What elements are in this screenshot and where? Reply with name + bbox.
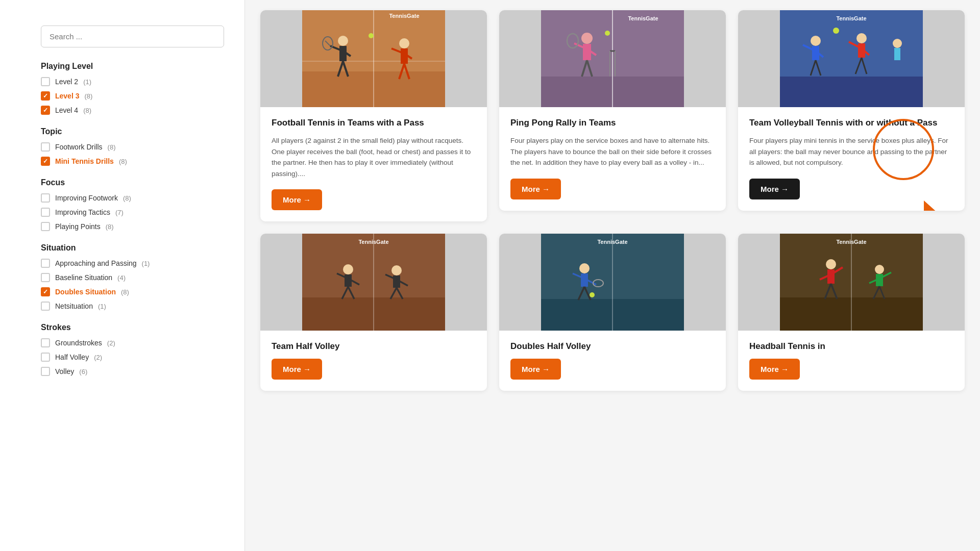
filter-label: Groundstrokes — [55, 339, 102, 347]
main-content: TennisGate Football Tennis in Teams with… — [245, 0, 980, 551]
filter-count: (2) — [94, 354, 102, 361]
checkbox[interactable] — [41, 106, 50, 115]
svg-point-91 — [875, 265, 884, 274]
checkbox[interactable] — [41, 91, 50, 101]
card-description: Four players play mini tennis in the ser… — [749, 135, 953, 168]
more-button[interactable]: More → — [272, 359, 322, 380]
checkbox[interactable] — [41, 367, 50, 376]
filter-item[interactable]: Level 4(8) — [41, 106, 224, 115]
filter-item[interactable]: Netsituation(1) — [41, 302, 224, 311]
svg-point-57 — [343, 264, 353, 274]
card-title: Team Half Volley — [272, 341, 476, 353]
filter-item[interactable]: Doubles Situation(8) — [41, 287, 224, 296]
checkbox[interactable] — [41, 77, 50, 86]
filter-count: (8) — [123, 194, 131, 202]
filter-label: Baseline Situation — [55, 273, 112, 282]
checkbox[interactable] — [41, 222, 50, 231]
filter-item[interactable]: Footwork Drills(8) — [41, 142, 224, 152]
card-title: Headball Tennis in — [749, 341, 953, 353]
svg-point-49 — [833, 28, 839, 34]
filter-count: (8) — [119, 158, 127, 165]
filter-item[interactable]: Volley(6) — [41, 367, 224, 376]
card-title: Football Tennis in Teams with a Pass — [272, 117, 476, 129]
filter-label: Level 4 — [55, 106, 78, 114]
checkbox[interactable] — [41, 193, 50, 203]
filter-item[interactable]: Groundstrokes(2) — [41, 338, 224, 347]
card-wrapper: TennisGate Football Tennis in Teams with… — [260, 10, 487, 221]
more-button[interactable]: More → — [749, 179, 800, 199]
checkbox[interactable] — [41, 338, 50, 347]
card-title: Team Volleyball Tennis with or without a… — [749, 117, 953, 129]
card: TennisGate Football Tennis in Teams with… — [260, 10, 487, 221]
checkbox[interactable] — [41, 273, 50, 282]
checkbox[interactable] — [41, 353, 50, 362]
card: TennisGate Team Volleyball Tennis with o… — [738, 10, 965, 211]
svg-text:TennisGate: TennisGate — [358, 239, 388, 245]
filter-count: (8) — [108, 143, 116, 151]
card-title: Doubles Half Volley — [510, 341, 715, 353]
card-image: TennisGate — [738, 10, 965, 107]
filter-label: Improving Tactics — [55, 208, 110, 216]
svg-text:TennisGate: TennisGate — [389, 13, 419, 19]
card-image: TennisGate — [499, 234, 726, 331]
filter-section-title: Topic — [41, 127, 224, 136]
filter-item[interactable]: Baseline Situation(4) — [41, 273, 224, 282]
filter-count: (7) — [115, 209, 124, 216]
filter-section-title: Focus — [41, 178, 224, 187]
filter-label: Level 3 — [55, 92, 79, 100]
filter-section-title: Situation — [41, 243, 224, 253]
svg-point-13 — [399, 38, 409, 48]
filter-item[interactable]: Mini Tennis Drills(8) — [41, 157, 224, 166]
filter-label: Doubles Situation — [55, 288, 116, 296]
more-button[interactable]: More → — [510, 359, 561, 380]
card-image: TennisGate — [260, 10, 487, 107]
filter-label: Playing Points — [55, 222, 101, 231]
filter-section: TopicFootwork Drills(8)Mini Tennis Drill… — [41, 127, 224, 166]
filter-count: (8) — [121, 288, 129, 296]
svg-point-12 — [369, 33, 374, 38]
filter-item[interactable]: Level 2(1) — [41, 77, 224, 86]
filter-item[interactable]: Level 3(8) — [41, 91, 224, 101]
card: TennisGate Doubles Half VolleyMore → — [499, 234, 726, 391]
checkbox[interactable] — [41, 259, 50, 268]
more-button[interactable]: More → — [272, 189, 322, 210]
checkbox[interactable] — [41, 208, 50, 217]
filter-item[interactable]: Half Volley(2) — [41, 353, 224, 362]
filter-section: SituationApproaching and Passing(1)Basel… — [41, 243, 224, 311]
filter-count: (6) — [79, 368, 87, 375]
filter-item[interactable]: Playing Points(8) — [41, 222, 224, 231]
filter-label: Level 2 — [55, 78, 78, 86]
card-image: TennisGate — [260, 234, 487, 331]
svg-text:TennisGate: TennisGate — [836, 239, 866, 245]
filter-item[interactable]: Improving Footwork(8) — [41, 193, 224, 203]
filters-container: Playing LevelLevel 2(1)Level 3(8)Level 4… — [41, 62, 224, 376]
filter-section: Playing LevelLevel 2(1)Level 3(8)Level 4… — [41, 62, 224, 115]
card-description: Four players play on the service boxes a… — [510, 135, 715, 168]
filter-item[interactable]: Improving Tactics(7) — [41, 208, 224, 217]
checkbox[interactable] — [41, 157, 50, 166]
card-image: TennisGate — [738, 234, 965, 331]
card-title: Ping Pong Rally in Teams — [510, 117, 715, 129]
checkbox[interactable] — [41, 302, 50, 311]
svg-text:TennisGate: TennisGate — [597, 239, 627, 245]
card-body: Football Tennis in Teams with a PassAll … — [260, 107, 487, 221]
svg-point-43 — [856, 33, 867, 43]
filter-count: (1) — [83, 78, 91, 86]
card-body: Team Half VolleyMore → — [260, 331, 487, 391]
checkbox[interactable] — [41, 287, 50, 296]
filter-count: (2) — [107, 339, 115, 347]
filter-item[interactable]: Approaching and Passing(1) — [41, 259, 224, 268]
card: TennisGate Team Half VolleyMore → — [260, 234, 487, 391]
filter-label: Footwork Drills — [55, 143, 103, 151]
filter-count: (8) — [106, 223, 114, 231]
more-button[interactable]: More → — [510, 179, 561, 199]
more-button[interactable]: More → — [749, 359, 800, 380]
search-input[interactable] — [41, 26, 224, 47]
checkbox[interactable] — [41, 142, 50, 152]
svg-point-73 — [579, 263, 590, 273]
filter-count: (1) — [98, 303, 106, 310]
svg-rect-51 — [894, 48, 900, 60]
filter-count: (1) — [142, 260, 150, 267]
filter-section: StrokesGroundstrokes(2)Half Volley(2)Vol… — [41, 323, 224, 376]
filter-section: FocusImproving Footwork(8)Improving Tact… — [41, 178, 224, 231]
